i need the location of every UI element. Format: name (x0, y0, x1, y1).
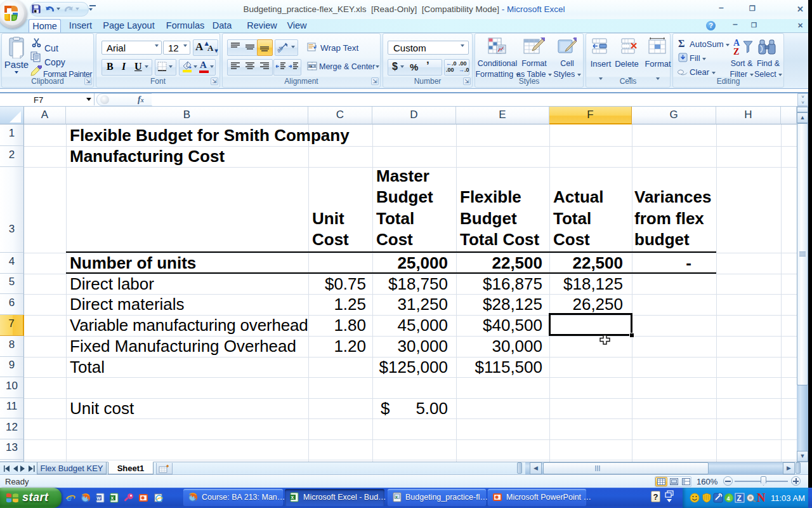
svg-text:Z: Z (733, 47, 739, 57)
svg-text:A: A (733, 38, 740, 48)
svg-text:X: X (111, 496, 114, 500)
svg-text:a: a (310, 64, 312, 68)
svg-text:W: W (96, 496, 101, 500)
svg-text:4: 4 (727, 495, 730, 502)
svg-text:X: X (395, 495, 398, 499)
svg-text:X: X (291, 495, 294, 500)
svg-text:Z: Z (737, 494, 742, 503)
